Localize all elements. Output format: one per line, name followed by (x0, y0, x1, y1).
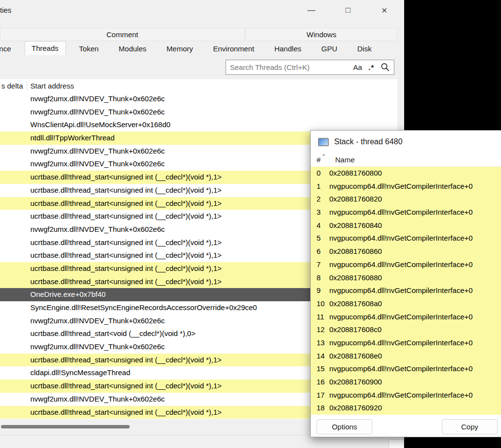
horizontal-scrollbar-thumb[interactable] (1, 425, 130, 428)
frame-name-cell: nvgpucomp64.dll!nvGetCompilerInterface+0 (329, 232, 501, 245)
frame-index-cell: 10 (311, 297, 329, 311)
stack-frame-row[interactable]: 15nvgpucomp64.dll!nvGetCompilerInterface… (311, 362, 501, 376)
start-address-cell: ucrtbase.dll!thread_start<unsigned int (… (30, 238, 222, 246)
frame-name-cell: 0x208817608c0 (329, 323, 501, 336)
tab-environment[interactable]: Environment (206, 42, 261, 55)
column-header-start-address[interactable]: Start address (30, 79, 74, 92)
bottom-partial-button[interactable] (388, 439, 404, 448)
threads-table-header[interactable]: s delta Start address (0, 79, 397, 92)
column-header-index[interactable]: # (317, 153, 320, 167)
start-address-cell: nvwgf2umx.dll!NVDEV_Thunk+0x602e6c (30, 342, 165, 351)
tab-handles[interactable]: Handles (268, 42, 308, 55)
frame-index-cell: 3 (311, 206, 329, 219)
tab-modules[interactable]: Modules (112, 42, 154, 55)
stack-frame-row[interactable]: 80x20881760880 (311, 271, 501, 285)
search-icon[interactable] (381, 63, 390, 72)
close-button[interactable]: × (373, 2, 396, 18)
tab-memory[interactable]: Memory (159, 42, 200, 55)
maximize-button[interactable]: □ (337, 2, 360, 18)
start-address-cell: ntdll.dll!TppWorkerThread (30, 134, 114, 142)
start-address-cell: ucrtbase.dll!thread_start<unsigned int (… (30, 251, 222, 259)
start-address-cell: nvwgf2umx.dll!NVDEV_Thunk+0x602e6c (30, 147, 165, 155)
frame-index-cell: 14 (311, 350, 329, 363)
stack-frame-row[interactable]: 40x20881760840 (311, 219, 501, 232)
frame-name-cell: 0x208817608a0 (329, 297, 501, 311)
stack-frame-row[interactable]: 1nvgpucomp64.dll!nvGetCompilerInterface+… (311, 180, 501, 193)
stack-frame-row[interactable]: 120x208817608c0 (311, 323, 501, 336)
match-case-icon[interactable]: Aa (353, 63, 362, 71)
start-address-cell: ucrtbase.dll!thread_start<unsigned int (… (30, 356, 222, 364)
titlebar[interactable]: ties — □ × (0, 0, 404, 22)
minimize-button[interactable]: — (300, 2, 323, 18)
frame-name-cell: 0x20881760900 (329, 376, 501, 389)
regex-icon[interactable]: .* (368, 63, 374, 71)
frame-index-cell: 0 (311, 167, 329, 180)
frame-index-cell: 13 (311, 336, 329, 350)
stack-dialog-titlebar[interactable]: Stack - thread 6480 (311, 131, 501, 153)
frame-index-cell: 5 (311, 232, 329, 245)
stack-frame-row[interactable]: 11nvgpucomp64.dll!nvGetCompilerInterface… (311, 311, 501, 324)
frame-name-cell: nvgpucomp64.dll!nvGetCompilerInterface+0 (329, 389, 501, 402)
frame-index-cell: 4 (311, 219, 329, 232)
tab-row-groups: CommentWindows (0, 28, 397, 41)
stack-frame-row[interactable]: 7nvgpucomp64.dll!nvGetCompilerInterface+… (311, 258, 501, 271)
start-address-cell: WnsClientApi.dll!UseMockServer+0x168d0 (30, 120, 170, 129)
tab-threads[interactable]: Threads (24, 41, 66, 55)
search-input[interactable]: Search Threads (Ctrl+K) Aa .* (226, 60, 394, 75)
tab-token[interactable]: Token (72, 42, 106, 55)
stack-dialog: Stack - thread 6480 # ^ Name 00x20881760… (310, 130, 501, 437)
frame-index-cell: 6 (311, 245, 329, 258)
frame-name-cell: 0x208817608e0 (329, 350, 501, 363)
stack-frame-row[interactable]: 180x20881760920 (311, 402, 501, 415)
start-address-cell: ucrtbase.dll!thread_start<unsigned int (… (30, 408, 222, 416)
close-icon: × (382, 5, 387, 16)
options-button[interactable]: Options (317, 419, 372, 434)
frame-index-cell: 9 (311, 284, 329, 297)
frame-index-cell: 2 (311, 193, 329, 206)
column-header-cycles-delta[interactable]: s delta (0, 79, 27, 92)
tab-ance[interactable]: ance (0, 42, 18, 55)
copy-button[interactable]: Copy (442, 419, 498, 434)
start-address-cell: nvwgf2umx.dll!NVDEV_Thunk+0x602e6c (30, 94, 165, 103)
tab-row-pages: anceThreadsTokenModulesMemoryEnvironment… (0, 41, 378, 55)
start-address-cell: ucrtbase.dll!thread_start<unsigned int (… (30, 199, 222, 207)
stack-frame-row[interactable]: 20x20881760820 (311, 193, 501, 206)
tab-windows[interactable]: Windows (246, 28, 397, 41)
thread-row[interactable]: nvwgf2umx.dll!NVDEV_Thunk+0x602e6c (0, 92, 397, 106)
start-address-cell: ucrtbase.dll!thread_start<unsigned int (… (30, 186, 222, 194)
start-address-cell: nvwgf2umx.dll!NVDEV_Thunk+0x602e6c (30, 108, 165, 116)
frame-name-cell: nvgpucomp64.dll!nvGetCompilerInterface+0 (329, 311, 501, 324)
tab-gpu[interactable]: GPU (315, 42, 344, 55)
frame-name-cell: 0x20881760920 (329, 402, 501, 415)
column-header-name[interactable]: Name (335, 153, 355, 167)
stack-dialog-title: Stack - thread 6480 (334, 137, 403, 146)
stack-frame-row[interactable]: 9nvgpucomp64.dll!nvGetCompilerInterface+… (311, 284, 501, 297)
maximize-icon: □ (345, 5, 350, 15)
stack-frame-row[interactable]: 3nvgpucomp64.dll!nvGetCompilerInterface+… (311, 206, 501, 219)
stack-dialog-icon (318, 138, 329, 146)
tab-comment[interactable]: Comment (0, 28, 245, 41)
thread-row[interactable]: nvwgf2umx.dll!NVDEV_Thunk+0x602e6c (0, 106, 397, 119)
start-address-cell: nvwgf2umx.dll!NVDEV_Thunk+0x602e6c (30, 159, 165, 168)
start-address-cell: ucrtbase.dll!thread_start<unsigned int (… (30, 173, 222, 181)
column-divider[interactable] (27, 81, 27, 91)
stack-frame-row[interactable]: 100x208817608a0 (311, 297, 501, 311)
stack-frame-row[interactable]: 13nvgpucomp64.dll!nvGetCompilerInterface… (311, 336, 501, 350)
frame-index-cell: 11 (311, 311, 329, 324)
stack-frame-row[interactable]: 00x20881760800 (311, 167, 501, 180)
start-address-cell: OneDrive.exe+0x7bf40 (30, 290, 106, 298)
stack-frame-row[interactable]: 5nvgpucomp64.dll!nvGetCompilerInterface+… (311, 232, 501, 245)
frame-index-cell: 16 (311, 376, 329, 389)
tab-disk[interactable]: Disk (350, 42, 378, 55)
search-placeholder: Search Threads (Ctrl+K) (230, 63, 347, 71)
start-address-cell: ucrtbase.dll!thread_start<unsigned int (… (30, 212, 222, 220)
start-address-cell: nvwgf2umx.dll!NVDEV_Thunk+0x602e6c (30, 395, 165, 403)
frame-index-cell: 18 (311, 402, 329, 415)
stack-frame-row[interactable]: 160x20881760900 (311, 376, 501, 389)
stack-frame-row[interactable]: 60x20881760860 (311, 245, 501, 258)
stack-frame-row[interactable]: 140x208817608e0 (311, 350, 501, 363)
stack-table-header: # ^ Name (311, 153, 501, 167)
stack-frame-row[interactable]: 17nvgpucomp64.dll!nvGetCompilerInterface… (311, 389, 501, 402)
frame-name-cell: nvgpucomp64.dll!nvGetCompilerInterface+0 (329, 180, 501, 193)
frame-name-cell: 0x20881760800 (329, 167, 501, 180)
